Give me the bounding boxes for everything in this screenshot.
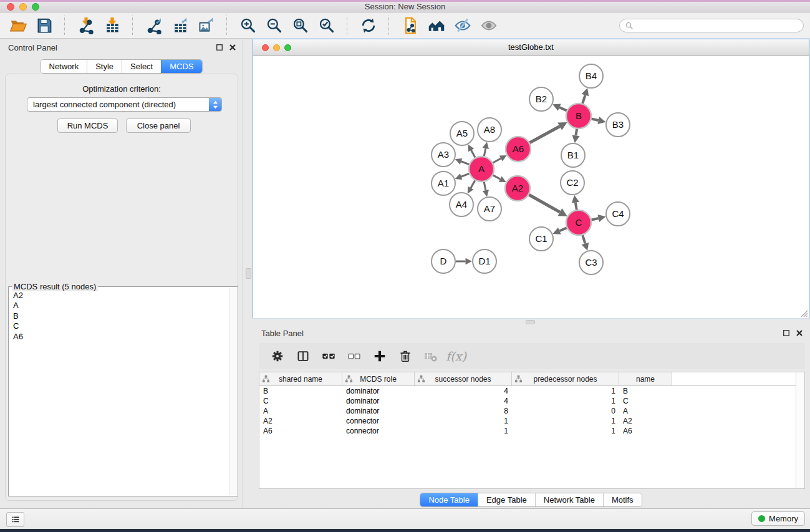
graph-node-B1[interactable]: B1 [561, 143, 585, 167]
graph-edge-C-C3[interactable] [582, 235, 585, 243]
result-scrollbar[interactable] [229, 288, 237, 495]
open-session-icon[interactable] [7, 15, 28, 36]
create-column-icon[interactable] [372, 349, 387, 364]
graph-edge-C-C1[interactable] [559, 228, 566, 231]
table-row-b[interactable]: Bdominator41B [259, 386, 804, 396]
graph-edge-B-B4[interactable] [582, 95, 585, 104]
show-columns-icon[interactable] [295, 349, 311, 364]
graph-node-A2[interactable]: A2 [505, 176, 530, 201]
graph-node-C2[interactable]: C2 [561, 171, 584, 195]
minimize-window-button[interactable] [19, 3, 27, 11]
save-session-icon[interactable] [34, 15, 54, 36]
graph-node-A5[interactable]: A5 [450, 122, 474, 145]
criterion-select[interactable]: largest connected component (directed) [27, 97, 222, 112]
close-panel-icon[interactable] [229, 44, 236, 51]
tab-motifs[interactable]: Motifs [603, 493, 642, 506]
horizontal-split-handle[interactable] [526, 320, 535, 324]
tab-edge-table[interactable]: Edge Table [478, 493, 535, 506]
run-mcds-button[interactable]: Run MCDS [57, 118, 118, 133]
column-header-shared-name[interactable]: shared name [259, 372, 342, 385]
zoom-in-icon[interactable] [238, 15, 258, 36]
graph-edge-A-A1[interactable] [461, 173, 470, 177]
network-minimize-button[interactable] [273, 44, 280, 51]
new-network-from-selection-icon[interactable] [400, 15, 420, 36]
tab-network-table[interactable]: Network Table [535, 493, 603, 506]
tab-network[interactable]: Network [41, 60, 87, 73]
column-header-predecessor-nodes[interactable]: predecessor nodes [512, 372, 619, 385]
table-row-c[interactable]: Cdominator41C [259, 396, 804, 406]
result-item-a[interactable]: A [13, 301, 238, 311]
zoom-out-icon[interactable] [264, 15, 284, 36]
graph-edge-A-A8[interactable] [484, 148, 486, 157]
graph-node-B3[interactable]: B3 [606, 113, 630, 137]
export-network-icon[interactable] [143, 15, 164, 36]
memory-button[interactable]: Memory [751, 511, 805, 526]
table-scrollbar[interactable] [796, 372, 804, 488]
network-canvas[interactable]: B4B2BB3A8A5A6A3B1AC2A1A2A4A7C4CC1C3DD1 [253, 56, 809, 318]
graph-node-A8[interactable]: A8 [478, 118, 501, 142]
float-table-panel-icon[interactable] [783, 329, 790, 337]
zoom-selected-icon[interactable] [316, 15, 337, 36]
graph-edge-A-A5[interactable] [471, 150, 475, 158]
resize-grip-icon[interactable] [799, 309, 808, 317]
close-panel-button[interactable]: Close panel [126, 118, 191, 133]
graph-node-C[interactable]: C [566, 210, 591, 235]
graph-node-B[interactable]: B [566, 104, 591, 128]
graph-node-A[interactable]: A [469, 157, 494, 181]
graph-node-A7[interactable]: A7 [478, 197, 501, 221]
unselect-all-columns-icon[interactable] [346, 349, 362, 364]
graph-node-A6[interactable]: A6 [506, 137, 531, 162]
table-row-a[interactable]: Adominator80A [259, 406, 804, 416]
graph-edge-A-A7[interactable] [484, 182, 486, 191]
close-table-panel-icon[interactable] [796, 329, 803, 337]
result-item-a6[interactable]: A6 [13, 332, 238, 342]
table-row-a2[interactable]: A2connector11A2 [259, 416, 804, 426]
graph-edge-B-B2[interactable] [559, 107, 567, 110]
export-table-icon[interactable] [170, 15, 190, 36]
close-window-button[interactable] [7, 3, 14, 11]
graph-edge-C-C4[interactable] [591, 218, 598, 220]
graph-node-B2[interactable]: B2 [529, 87, 553, 111]
graph-edge-A-A2[interactable] [493, 175, 501, 179]
network-zoom-button[interactable] [284, 44, 291, 51]
task-history-button[interactable] [6, 512, 24, 527]
graph-edge-A6-B[interactable] [529, 127, 559, 143]
export-image-icon[interactable] [196, 15, 216, 36]
tab-style[interactable]: Style [87, 60, 122, 73]
first-neighbors-icon[interactable] [426, 15, 446, 36]
graph-node-C3[interactable]: C3 [579, 251, 603, 274]
import-table-icon[interactable] [102, 15, 122, 36]
graph-node-A1[interactable]: A1 [432, 172, 455, 195]
zoom-window-button[interactable] [32, 3, 39, 11]
graph-edge-C-C2[interactable] [576, 203, 577, 210]
vertical-split-handle[interactable] [246, 268, 251, 279]
tab-mcds[interactable]: MCDS [161, 60, 201, 73]
graph-node-D[interactable]: D [432, 249, 455, 273]
graph-node-B4[interactable]: B4 [579, 64, 603, 88]
graph-node-C1[interactable]: C1 [529, 227, 553, 251]
select-all-columns-icon[interactable] [321, 349, 336, 364]
graph-edge-B-B1[interactable] [576, 129, 577, 136]
graph-edge-A-A6[interactable] [493, 158, 501, 163]
graph-node-C4[interactable]: C4 [606, 202, 630, 226]
column-header-name[interactable]: name [619, 372, 672, 385]
delete-columns-icon[interactable] [397, 349, 413, 364]
table-row-a6[interactable]: A6connector11A6 [259, 426, 804, 436]
column-header-successor-nodes[interactable]: successor nodes [415, 372, 512, 385]
graph-edge-A-A4[interactable] [471, 180, 475, 188]
result-item-b[interactable]: B [13, 311, 238, 321]
graph-edge-A2-C[interactable] [529, 195, 560, 212]
graph-node-A4[interactable]: A4 [450, 193, 473, 216]
table-options-icon[interactable] [269, 349, 285, 364]
column-header-MCDS-role[interactable]: MCDS role [342, 372, 415, 385]
import-network-icon[interactable] [75, 15, 96, 36]
tab-node-table[interactable]: Node Table [420, 493, 478, 506]
network-close-button[interactable] [262, 44, 269, 51]
graph-edge-B-B3[interactable] [591, 119, 598, 121]
network-graph[interactable]: B4B2BB3A8A5A6A3B1AC2A1A2A4A7C4CC1C3DD1 [253, 56, 809, 318]
refresh-icon[interactable] [358, 15, 378, 36]
tab-select[interactable]: Select [122, 60, 161, 73]
hide-graphics-details-icon[interactable] [452, 15, 473, 36]
search-input[interactable] [636, 21, 798, 30]
graph-node-A3[interactable]: A3 [432, 143, 455, 167]
